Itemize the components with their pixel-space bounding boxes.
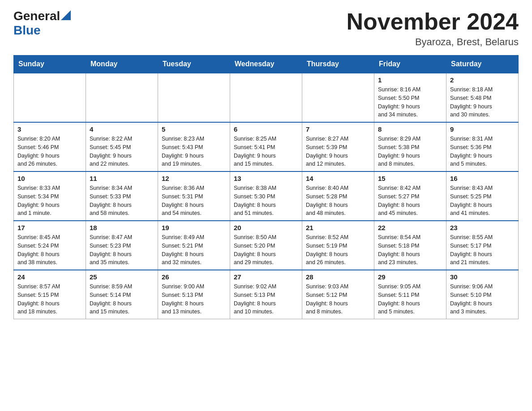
day-number: 8	[378, 125, 442, 133]
day-cell: 9Sunrise: 8:31 AM Sunset: 5:36 PM Daylig…	[446, 122, 519, 171]
day-info: Sunrise: 8:33 AM Sunset: 5:34 PM Dayligh…	[17, 184, 82, 218]
day-info: Sunrise: 8:42 AM Sunset: 5:27 PM Dayligh…	[378, 184, 442, 218]
header-wednesday: Wednesday	[230, 56, 302, 73]
day-cell	[158, 73, 230, 122]
svg-marker-0	[61, 10, 71, 20]
day-cell	[14, 73, 86, 122]
day-info: Sunrise: 8:22 AM Sunset: 5:45 PM Dayligh…	[90, 135, 154, 168]
day-number: 14	[306, 175, 370, 182]
day-number: 28	[306, 273, 370, 281]
week-row-5: 24Sunrise: 8:57 AM Sunset: 5:15 PM Dayli…	[14, 270, 519, 319]
day-cell: 8Sunrise: 8:29 AM Sunset: 5:38 PM Daylig…	[374, 122, 446, 171]
day-info: Sunrise: 8:29 AM Sunset: 5:38 PM Dayligh…	[378, 135, 442, 168]
day-number: 22	[378, 224, 442, 231]
day-cell: 29Sunrise: 9:05 AM Sunset: 5:11 PM Dayli…	[374, 270, 446, 319]
day-info: Sunrise: 8:20 AM Sunset: 5:46 PM Dayligh…	[17, 135, 82, 168]
day-info: Sunrise: 9:03 AM Sunset: 5:12 PM Dayligh…	[306, 283, 370, 316]
day-cell: 5Sunrise: 8:23 AM Sunset: 5:43 PM Daylig…	[158, 122, 230, 171]
day-info: Sunrise: 8:55 AM Sunset: 5:17 PM Dayligh…	[450, 233, 515, 267]
day-cell: 15Sunrise: 8:42 AM Sunset: 5:27 PM Dayli…	[374, 171, 446, 221]
day-number: 1	[378, 76, 442, 84]
day-cell: 16Sunrise: 8:43 AM Sunset: 5:25 PM Dayli…	[446, 171, 519, 221]
day-cell: 18Sunrise: 8:47 AM Sunset: 5:23 PM Dayli…	[86, 221, 158, 270]
day-info: Sunrise: 8:31 AM Sunset: 5:36 PM Dayligh…	[450, 135, 515, 168]
day-number: 7	[306, 125, 370, 133]
day-number: 30	[450, 273, 515, 281]
week-row-2: 3Sunrise: 8:20 AM Sunset: 5:46 PM Daylig…	[14, 122, 519, 171]
day-number: 13	[234, 175, 298, 182]
week-row-1: 1Sunrise: 8:16 AM Sunset: 5:50 PM Daylig…	[14, 73, 519, 122]
day-number: 3	[17, 125, 82, 133]
day-number: 24	[17, 273, 82, 281]
day-cell: 17Sunrise: 8:45 AM Sunset: 5:24 PM Dayli…	[14, 221, 86, 270]
day-number: 4	[90, 125, 154, 133]
day-info: Sunrise: 8:16 AM Sunset: 5:50 PM Dayligh…	[378, 86, 442, 119]
header-friday: Friday	[374, 56, 446, 73]
calendar-subtitle: Byaroza, Brest, Belarus	[347, 36, 519, 48]
page: General Blue November 2024 Byaroza, Bres…	[0, 0, 532, 328]
day-cell: 6Sunrise: 8:25 AM Sunset: 5:41 PM Daylig…	[230, 122, 302, 171]
week-row-4: 17Sunrise: 8:45 AM Sunset: 5:24 PM Dayli…	[14, 221, 519, 270]
day-cell: 14Sunrise: 8:40 AM Sunset: 5:28 PM Dayli…	[302, 171, 374, 221]
day-cell	[86, 73, 158, 122]
day-number: 27	[234, 273, 298, 281]
day-cell: 3Sunrise: 8:20 AM Sunset: 5:46 PM Daylig…	[14, 122, 86, 171]
calendar-title: November 2024	[347, 9, 519, 34]
day-number: 10	[17, 175, 82, 182]
day-info: Sunrise: 8:52 AM Sunset: 5:19 PM Dayligh…	[306, 233, 370, 267]
day-number: 21	[306, 224, 370, 231]
day-cell: 30Sunrise: 9:06 AM Sunset: 5:10 PM Dayli…	[446, 270, 519, 319]
day-cell: 7Sunrise: 8:27 AM Sunset: 5:39 PM Daylig…	[302, 122, 374, 171]
day-number: 23	[450, 224, 515, 231]
day-number: 16	[450, 175, 515, 182]
day-number: 6	[234, 125, 298, 133]
day-cell: 23Sunrise: 8:55 AM Sunset: 5:17 PM Dayli…	[446, 221, 519, 270]
day-cell: 12Sunrise: 8:36 AM Sunset: 5:31 PM Dayli…	[158, 171, 230, 221]
day-info: Sunrise: 8:34 AM Sunset: 5:33 PM Dayligh…	[90, 184, 154, 218]
day-info: Sunrise: 8:38 AM Sunset: 5:30 PM Dayligh…	[234, 184, 298, 218]
day-cell: 2Sunrise: 8:18 AM Sunset: 5:48 PM Daylig…	[446, 73, 519, 122]
day-info: Sunrise: 8:25 AM Sunset: 5:41 PM Dayligh…	[234, 135, 298, 168]
day-cell: 24Sunrise: 8:57 AM Sunset: 5:15 PM Dayli…	[14, 270, 86, 319]
day-info: Sunrise: 8:36 AM Sunset: 5:31 PM Dayligh…	[162, 184, 226, 218]
day-number: 15	[378, 175, 442, 182]
calendar-table: Sunday Monday Tuesday Wednesday Thursday…	[13, 55, 519, 319]
weekday-header-row: Sunday Monday Tuesday Wednesday Thursday…	[14, 56, 519, 73]
day-cell: 27Sunrise: 9:02 AM Sunset: 5:13 PM Dayli…	[230, 270, 302, 319]
day-number: 12	[162, 175, 226, 182]
day-number: 20	[234, 224, 298, 231]
day-info: Sunrise: 8:23 AM Sunset: 5:43 PM Dayligh…	[162, 135, 226, 168]
day-info: Sunrise: 8:59 AM Sunset: 5:14 PM Dayligh…	[90, 283, 154, 316]
day-cell: 11Sunrise: 8:34 AM Sunset: 5:33 PM Dayli…	[86, 171, 158, 221]
day-number: 17	[17, 224, 82, 231]
header-monday: Monday	[86, 56, 158, 73]
day-number: 11	[90, 175, 154, 182]
day-info: Sunrise: 9:05 AM Sunset: 5:11 PM Dayligh…	[378, 283, 442, 316]
header-sunday: Sunday	[14, 56, 86, 73]
day-info: Sunrise: 8:54 AM Sunset: 5:18 PM Dayligh…	[378, 233, 442, 267]
day-number: 2	[450, 76, 515, 84]
day-number: 29	[378, 273, 442, 281]
day-cell	[230, 73, 302, 122]
logo-triangle-icon	[61, 10, 71, 20]
day-cell: 13Sunrise: 8:38 AM Sunset: 5:30 PM Dayli…	[230, 171, 302, 221]
header-tuesday: Tuesday	[158, 56, 230, 73]
day-info: Sunrise: 8:27 AM Sunset: 5:39 PM Dayligh…	[306, 135, 370, 168]
day-info: Sunrise: 8:47 AM Sunset: 5:23 PM Dayligh…	[90, 233, 154, 267]
day-info: Sunrise: 9:06 AM Sunset: 5:10 PM Dayligh…	[450, 283, 515, 316]
day-cell: 10Sunrise: 8:33 AM Sunset: 5:34 PM Dayli…	[14, 171, 86, 221]
day-number: 25	[90, 273, 154, 281]
day-info: Sunrise: 9:02 AM Sunset: 5:13 PM Dayligh…	[234, 283, 298, 316]
week-row-3: 10Sunrise: 8:33 AM Sunset: 5:34 PM Dayli…	[14, 171, 519, 221]
day-cell: 1Sunrise: 8:16 AM Sunset: 5:50 PM Daylig…	[374, 73, 446, 122]
day-info: Sunrise: 8:40 AM Sunset: 5:28 PM Dayligh…	[306, 184, 370, 218]
logo: General Blue	[13, 9, 71, 38]
day-number: 9	[450, 125, 515, 133]
day-cell: 21Sunrise: 8:52 AM Sunset: 5:19 PM Dayli…	[302, 221, 374, 270]
day-cell: 19Sunrise: 8:49 AM Sunset: 5:21 PM Dayli…	[158, 221, 230, 270]
day-cell: 22Sunrise: 8:54 AM Sunset: 5:18 PM Dayli…	[374, 221, 446, 270]
title-block: November 2024 Byaroza, Brest, Belarus	[347, 9, 519, 48]
day-info: Sunrise: 8:57 AM Sunset: 5:15 PM Dayligh…	[17, 283, 82, 316]
day-cell: 20Sunrise: 8:50 AM Sunset: 5:20 PM Dayli…	[230, 221, 302, 270]
day-cell: 25Sunrise: 8:59 AM Sunset: 5:14 PM Dayli…	[86, 270, 158, 319]
